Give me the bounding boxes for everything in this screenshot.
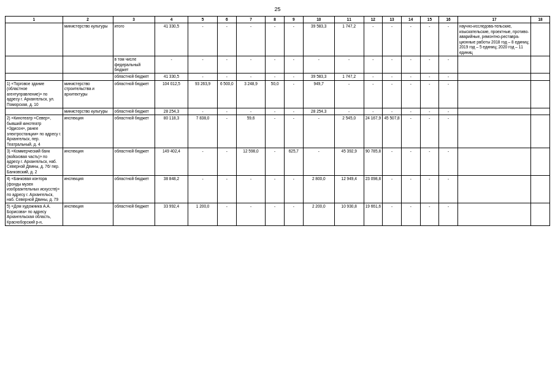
cell-col2 bbox=[63, 74, 113, 80]
cell-col14: - bbox=[401, 56, 420, 74]
cell-col18 bbox=[531, 23, 550, 56]
cell-col6: - bbox=[217, 23, 236, 56]
cell-col12: - bbox=[364, 108, 383, 115]
col-header-9: 9 bbox=[285, 17, 304, 23]
cell-col15: - bbox=[420, 108, 439, 115]
cell-col18 bbox=[531, 108, 550, 115]
cell-col7: 59,6 bbox=[236, 115, 266, 148]
cell-col11: - bbox=[334, 108, 364, 115]
cell-col17 bbox=[457, 203, 530, 226]
cell-col15: - bbox=[420, 74, 439, 80]
cell-col16: - bbox=[439, 74, 458, 80]
cell-col3: областной бюджет bbox=[113, 74, 155, 80]
table-row: 1) «Торговое здание (областное агентупра… bbox=[6, 80, 550, 108]
cell-col17 bbox=[457, 80, 530, 108]
cell-col16: - bbox=[439, 115, 458, 148]
col-header-7: 7 bbox=[236, 17, 266, 23]
cell-col14: - bbox=[401, 74, 420, 80]
cell-col6: - bbox=[217, 108, 236, 115]
cell-col12: - bbox=[364, 23, 383, 56]
cell-col5: - bbox=[188, 23, 218, 56]
cell-col1: 4) «Банковая контора (фонды музея изобра… bbox=[6, 176, 63, 203]
cell-col15: - bbox=[420, 80, 439, 108]
cell-col7: - bbox=[236, 74, 266, 80]
cell-col4: 80 118,3 bbox=[155, 115, 188, 148]
cell-col18 bbox=[531, 148, 550, 176]
table-row: 5) «Дом художника А.А. Борисова» по адре… bbox=[6, 203, 550, 226]
cell-col2: министерство строительства и архитектуры bbox=[63, 80, 113, 108]
cell-col6: 6 500,0 bbox=[217, 80, 236, 108]
cell-col10: - bbox=[303, 115, 334, 148]
col-header-8: 8 bbox=[266, 17, 285, 23]
cell-col7: - bbox=[236, 176, 266, 203]
cell-col16: - bbox=[439, 56, 458, 74]
cell-col1: 5) «Дом художника А.А. Борисова» по адре… bbox=[6, 203, 63, 226]
cell-col6: - bbox=[217, 203, 236, 226]
cell-col12: 90 785,8 bbox=[364, 148, 383, 176]
table-row: министерство культурыобластной бюджет28 … bbox=[6, 108, 550, 115]
cell-col17: научно-исследова-тельские, изыскательски… bbox=[457, 23, 530, 56]
col-header-15: 15 bbox=[420, 17, 439, 23]
cell-col6: - bbox=[217, 74, 236, 80]
col-header-17: 17 bbox=[457, 17, 530, 23]
cell-col4: 41 330,5 bbox=[155, 23, 188, 56]
cell-col9: - bbox=[285, 56, 304, 74]
cell-col3: областной бюджет bbox=[113, 176, 155, 203]
cell-col18 bbox=[531, 176, 550, 203]
cell-col12: - bbox=[364, 56, 383, 74]
cell-col2: инспекция bbox=[63, 148, 113, 176]
cell-col12: 19 661,6 bbox=[364, 203, 383, 226]
cell-col1 bbox=[6, 23, 63, 56]
cell-col2: министерство культуры bbox=[63, 108, 113, 115]
cell-col8: - bbox=[266, 74, 285, 80]
cell-col9: - bbox=[285, 80, 304, 108]
cell-col3: областной бюджет bbox=[113, 80, 155, 108]
cell-col10: 949,7 bbox=[303, 80, 334, 108]
cell-col8: - bbox=[266, 108, 285, 115]
header-row: 1 2 3 4 5 6 7 8 9 10 11 12 13 14 15 16 1… bbox=[6, 17, 550, 23]
cell-col8: 50,0 bbox=[266, 80, 285, 108]
cell-col7: - bbox=[236, 23, 266, 56]
cell-col17 bbox=[457, 148, 530, 176]
cell-col1: 3) «Коммерческий банк (войсковая часть)»… bbox=[6, 148, 63, 176]
cell-col2: министерство культуры bbox=[63, 23, 113, 56]
cell-col2: инспекция bbox=[63, 176, 113, 203]
cell-col4: 38 848,2 bbox=[155, 176, 188, 203]
cell-col13: - bbox=[383, 203, 402, 226]
cell-col8: - bbox=[266, 176, 285, 203]
cell-col8: - bbox=[266, 115, 285, 148]
table-row: министерство культурыитого41 330,5-----3… bbox=[6, 23, 550, 56]
cell-col9: 625,7 bbox=[285, 148, 304, 176]
cell-col9: - bbox=[285, 115, 304, 148]
cell-col17 bbox=[457, 176, 530, 203]
cell-col16: - bbox=[439, 148, 458, 176]
cell-col14: - bbox=[401, 115, 420, 148]
cell-col8: - bbox=[266, 203, 285, 226]
cell-col16: - bbox=[439, 23, 458, 56]
col-header-6: 6 bbox=[217, 17, 236, 23]
cell-col7: - bbox=[236, 203, 266, 226]
table-body: министерство культурыитого41 330,5-----3… bbox=[6, 23, 550, 226]
cell-col5: - bbox=[188, 74, 218, 80]
cell-col14: - bbox=[401, 23, 420, 56]
cell-col15: - bbox=[420, 23, 439, 56]
cell-col17 bbox=[457, 108, 530, 115]
cell-col11: 45 392,9 bbox=[334, 148, 364, 176]
cell-col12: - bbox=[364, 74, 383, 80]
cell-col18 bbox=[531, 80, 550, 108]
cell-col1 bbox=[6, 108, 63, 115]
cell-col5: 93 263,9 bbox=[188, 80, 218, 108]
cell-col8: - bbox=[266, 56, 285, 74]
cell-col5: - bbox=[188, 176, 218, 203]
page: 25 1 2 3 4 5 6 7 8 9 10 11 12 13 14 15 1… bbox=[0, 0, 555, 392]
cell-col13: - bbox=[383, 176, 402, 203]
cell-col5: 7 838,0 bbox=[188, 115, 218, 148]
cell-col4: 104 012,5 bbox=[155, 80, 188, 108]
cell-col10: 28 254,3 bbox=[303, 108, 334, 115]
cell-col14: - bbox=[401, 80, 420, 108]
cell-col5: - bbox=[188, 148, 218, 176]
cell-col1 bbox=[6, 56, 63, 74]
col-header-13: 13 bbox=[383, 17, 402, 23]
col-header-1: 1 bbox=[6, 17, 63, 23]
col-header-10: 10 bbox=[303, 17, 334, 23]
